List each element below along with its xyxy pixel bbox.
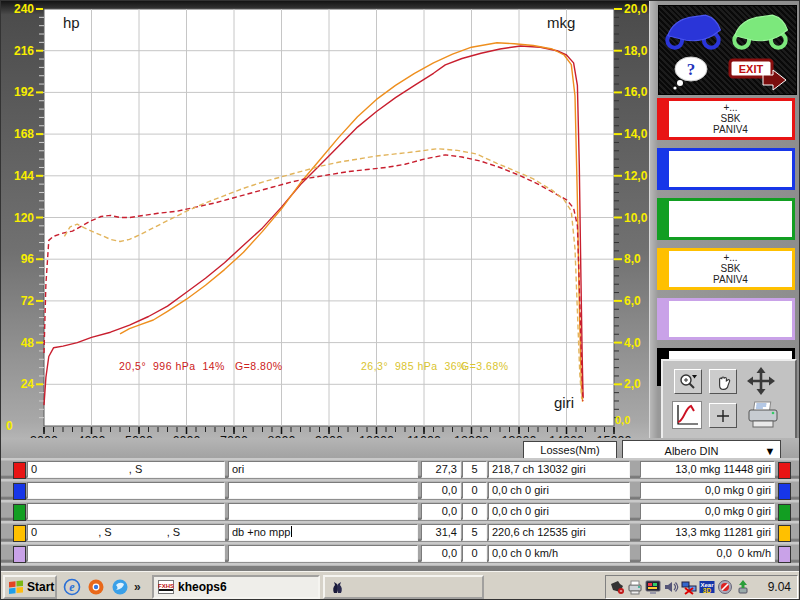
run-name-field[interactable] bbox=[228, 545, 418, 562]
slot-line: SBK bbox=[669, 263, 792, 274]
slot-color-stripe bbox=[660, 151, 669, 187]
run-name-field[interactable] bbox=[228, 503, 418, 520]
gear-field[interactable]: 0 bbox=[462, 503, 487, 520]
move-arrows-icon bbox=[745, 365, 777, 397]
table-row: 0,0 0 0,0 ch 0 giri 0,0 mkg 0 giri bbox=[1, 482, 800, 500]
windows-taskbar: Start e » FXHS kheops6 bbox=[1, 571, 800, 600]
tray-network-error-icon[interactable] bbox=[681, 579, 697, 595]
hp-axis-label: hp bbox=[63, 14, 80, 31]
tray-volume-icon[interactable] bbox=[663, 579, 679, 595]
y-left-tick-label: 96 bbox=[21, 252, 35, 266]
printer-icon bbox=[745, 400, 781, 430]
max-torque-field: 0,0 0 km/h bbox=[640, 545, 775, 562]
run-name-field[interactable]: ori bbox=[228, 461, 418, 478]
svg-text:FXHS: FXHS bbox=[158, 583, 174, 589]
curve-slot-red[interactable]: +...SBKPANIV4 bbox=[657, 98, 795, 140]
run-params-field[interactable] bbox=[27, 545, 225, 562]
tray-printer-icon[interactable] bbox=[627, 579, 643, 595]
y-right-tick-label: 16,0 bbox=[624, 85, 648, 99]
carbon-button-panel: ? EXIT bbox=[658, 5, 797, 95]
curve-slot-green[interactable] bbox=[657, 198, 795, 240]
curve-tool-button[interactable] bbox=[672, 401, 702, 429]
chart-annotation: 20,5° 996 hPa 14% bbox=[119, 360, 225, 372]
temperature-field[interactable]: 0,0 bbox=[421, 482, 461, 499]
magnifier-icon bbox=[677, 372, 699, 392]
tray-xear3d-icon[interactable]: Xear3D bbox=[699, 579, 715, 595]
gear-field[interactable]: 5 bbox=[462, 524, 487, 541]
start-button[interactable]: Start bbox=[3, 575, 57, 599]
temperature-field[interactable]: 0,0 bbox=[421, 545, 461, 562]
y-right-tick-label: 6,0 bbox=[624, 294, 641, 308]
row-color-chip bbox=[13, 504, 26, 521]
quick-launch-messenger[interactable] bbox=[111, 578, 129, 596]
slot-line: PANIV4 bbox=[669, 124, 792, 135]
slot-color-stripe bbox=[660, 301, 669, 337]
run-params-field[interactable] bbox=[27, 503, 225, 520]
pan-tool-button[interactable] bbox=[709, 369, 737, 394]
row-color-chip bbox=[778, 504, 791, 521]
y-right-tick-label: 2,0 bbox=[624, 377, 641, 391]
system-tray: Xear3D 9.04 bbox=[605, 575, 798, 599]
move-tool-button[interactable] bbox=[743, 365, 779, 397]
row-color-chip bbox=[778, 546, 791, 563]
run-params-field[interactable]: 0 , S , S bbox=[27, 524, 225, 541]
dyno-chart[interactable]: 24021619216814412096724824020,018,016,01… bbox=[1, 1, 651, 458]
quick-launch-browser[interactable] bbox=[87, 578, 105, 596]
chart-canvas[interactable]: 24021619216814412096724824020,018,016,01… bbox=[1, 1, 651, 458]
y-right-tick-label: 14,0 bbox=[624, 127, 648, 141]
taskbar-clock: 9.04 bbox=[768, 580, 794, 594]
zoom-tool-button[interactable] bbox=[674, 369, 702, 394]
exit-button[interactable]: EXIT bbox=[727, 54, 789, 92]
slot-line: +... bbox=[669, 252, 792, 263]
crosshair-tool-button[interactable] bbox=[709, 403, 737, 428]
table-row: 0,0 0 0,0 ch 0 giri 0,0 mkg 0 giri bbox=[1, 503, 800, 521]
temperature-field[interactable]: 0,0 bbox=[421, 503, 461, 520]
row-color-chip bbox=[778, 483, 791, 500]
quick-launch-overflow[interactable]: » bbox=[134, 580, 141, 594]
max-power-field: 0,0 ch 0 giri bbox=[488, 482, 630, 499]
taskbar-window-2[interactable] bbox=[323, 575, 484, 599]
y-left-tick-label: 192 bbox=[14, 85, 34, 99]
temperature-field[interactable]: 31,4 bbox=[421, 524, 461, 541]
y-right-tick-label: 4,0 bbox=[624, 336, 641, 350]
plus-icon bbox=[715, 408, 731, 424]
temperature-field[interactable]: 27,3 bbox=[421, 461, 461, 478]
curve-slot-yellow[interactable]: +...SBKPANIV4 bbox=[657, 248, 795, 290]
question-mark-icon: ? bbox=[687, 60, 696, 79]
max-torque-field: 0,0 mkg 0 giri bbox=[640, 503, 775, 520]
chart-plot-area[interactable]: 24021619216814412096724824020,018,016,01… bbox=[6, 2, 648, 448]
curve-slot-blue[interactable] bbox=[657, 148, 795, 190]
chart-annotation: G=8.80% bbox=[235, 360, 283, 372]
app-icon bbox=[329, 579, 345, 595]
giri-axis-label: giri bbox=[554, 394, 574, 411]
run-params-field[interactable] bbox=[27, 482, 225, 499]
run-name-field[interactable] bbox=[228, 482, 418, 499]
row-color-chip bbox=[13, 525, 26, 542]
y-left-tick-label: 168 bbox=[14, 127, 34, 141]
run-params-field[interactable]: 0 , S bbox=[27, 461, 225, 478]
y-left-tick-label: 24 bbox=[21, 377, 35, 391]
print-button[interactable] bbox=[743, 399, 783, 431]
y-left-tick-label: 216 bbox=[14, 44, 34, 58]
windows-logo-icon bbox=[8, 580, 24, 594]
slot-color-stripe bbox=[660, 251, 669, 287]
quick-launch-internet-explorer[interactable]: e bbox=[63, 578, 81, 596]
row-color-chip bbox=[13, 546, 26, 563]
taskbar-window-kheops6[interactable]: FXHS kheops6 bbox=[152, 575, 320, 599]
chevron-down-icon: ▼ bbox=[760, 445, 780, 457]
run-name-field[interactable]: db +no mpp bbox=[228, 524, 418, 541]
tray-eject-icon[interactable] bbox=[735, 579, 751, 595]
tray-camera-icon[interactable] bbox=[609, 579, 625, 595]
curve-slot-violet[interactable] bbox=[657, 298, 795, 340]
table-row: 0,0 0 0,0 ch 0 km/h 0,0 0 km/h bbox=[1, 545, 800, 563]
gear-field[interactable]: 0 bbox=[462, 545, 487, 562]
blue-motorcycle-button[interactable] bbox=[661, 9, 725, 51]
green-motorcycle-button[interactable] bbox=[728, 9, 792, 51]
help-button[interactable]: ? bbox=[669, 54, 715, 92]
gear-field[interactable]: 0 bbox=[462, 482, 487, 499]
tray-security-icon[interactable] bbox=[717, 579, 733, 595]
tray-display-icon[interactable] bbox=[645, 579, 661, 595]
y-right-tick-label: 18,0 bbox=[624, 44, 648, 58]
gear-field[interactable]: 5 bbox=[462, 461, 487, 478]
kheops-app-icon: FXHS bbox=[158, 580, 174, 594]
